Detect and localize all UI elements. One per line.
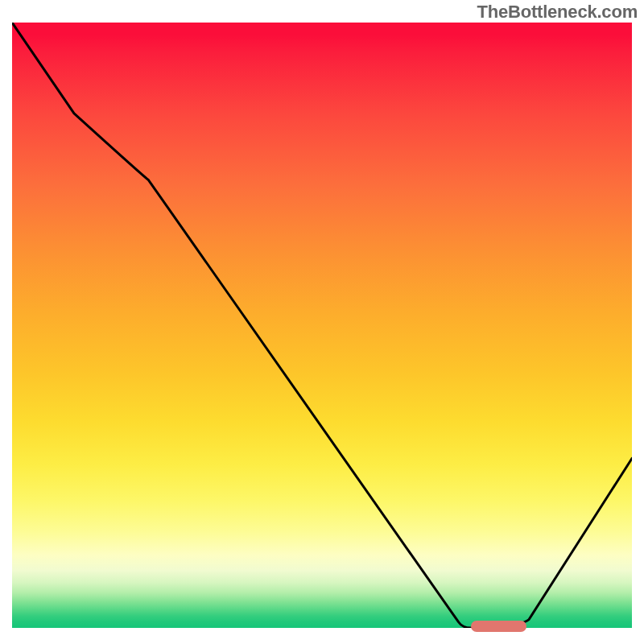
optimal-range-marker xyxy=(471,621,526,632)
plot-area xyxy=(12,23,632,628)
watermark-text: TheBottleneck.com xyxy=(477,2,638,23)
curve-layer xyxy=(12,23,632,628)
bottleneck-curve-path xyxy=(12,23,632,628)
chart-container: TheBottleneck.com xyxy=(0,0,644,644)
